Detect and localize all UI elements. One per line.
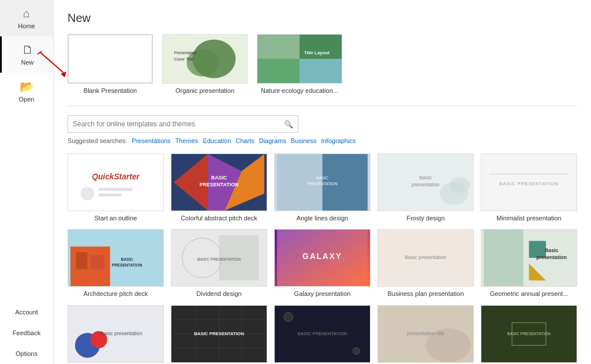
- template-grid: QuickStarter Start an outline BASIC PRES…: [68, 153, 577, 364]
- suggested-education[interactable]: Education: [203, 137, 231, 144]
- svg-text:Basic presentation: Basic presentation: [100, 331, 143, 336]
- featured-organic[interactable]: Presentation Cover Title Organic present…: [162, 34, 248, 94]
- svg-text:PRESENTATION: PRESENTATION: [112, 263, 143, 267]
- svg-text:presentation title: presentation title: [406, 331, 444, 336]
- svg-text:BASIC: BASIC: [211, 175, 227, 181]
- sidebar-item-feedback[interactable]: Feedback: [0, 322, 53, 343]
- svg-point-71: [284, 312, 293, 321]
- suggested-infographics[interactable]: Infographics: [321, 137, 356, 144]
- options-label: Options: [16, 350, 38, 357]
- search-container: 🔍: [68, 115, 577, 133]
- home-icon: ⌂: [23, 7, 30, 20]
- template-frosty[interactable]: Basic presentation Frosty design: [377, 153, 474, 222]
- suggested-label: Suggested searches:: [68, 137, 127, 144]
- main-content: New Blank Presentation Presentation Cove…: [54, 0, 591, 364]
- verdant-thumb: BASIC PRESENTATION: [481, 305, 577, 363]
- dividend-thumb: BASIC PRESENTATION: [171, 229, 267, 287]
- template-shoji[interactable]: BASIC PRESENTATION Shoji design: [171, 305, 267, 364]
- business-label: Business plan presentation: [387, 290, 463, 298]
- architecture-thumb: BASIC PRESENTATION: [68, 229, 164, 287]
- svg-text:BASIC: BASIC: [316, 176, 328, 180]
- svg-text:Title Layout: Title Layout: [304, 50, 330, 55]
- svg-text:BASIC: BASIC: [121, 257, 133, 261]
- suggested-diagrams[interactable]: Diagrams: [259, 137, 286, 144]
- quickstarter-thumb: QuickStarter: [68, 153, 164, 211]
- template-galaxy[interactable]: GALAXY Galaxy presentation: [274, 229, 371, 298]
- dividend-label: Dividend design: [196, 290, 241, 298]
- template-quickstarter[interactable]: QuickStarter Start an outline: [68, 153, 164, 222]
- frosty-label: Frosty design: [406, 214, 444, 222]
- template-universal[interactable]: Basic presentation Universal presentatio…: [68, 305, 164, 364]
- shoji-thumb: BASIC PRESENTATION: [171, 305, 267, 363]
- sidebar-item-home[interactable]: ⌂ Home: [0, 0, 53, 36]
- organic-thumb: Presentation Cover Title: [162, 34, 248, 84]
- template-tech[interactable]: BASIC PRESENTATION Tech presentation: [274, 305, 371, 364]
- sidebar-item-account[interactable]: Account: [0, 302, 53, 322]
- page-title: New: [68, 12, 577, 25]
- search-box: 🔍: [68, 115, 298, 133]
- svg-rect-16: [99, 188, 133, 191]
- galaxy-thumb: GALAXY: [274, 229, 371, 287]
- svg-rect-11: [300, 59, 342, 83]
- svg-text:Basic: Basic: [545, 247, 559, 253]
- template-geometric[interactable]: Basic presentation Geometric annual pres…: [481, 229, 577, 298]
- featured-blank[interactable]: Blank Presentation: [68, 34, 153, 94]
- new-icon: 🗋: [22, 43, 33, 57]
- nature-label: Nature ecology education...: [261, 87, 338, 94]
- svg-text:BASIC PRESENTATION: BASIC PRESENTATION: [197, 257, 241, 261]
- suggested-business[interactable]: Business: [291, 137, 317, 144]
- template-minimalist[interactable]: BASIC PRESENTATION Minimalist presentati…: [481, 153, 577, 222]
- template-business[interactable]: Basic presentation Business plan present…: [377, 229, 474, 298]
- blank-label: Blank Presentation: [84, 87, 137, 94]
- svg-text:Basic presentation: Basic presentation: [405, 254, 447, 260]
- svg-text:presentation: presentation: [412, 182, 440, 187]
- tech-thumb: BASIC PRESENTATION: [274, 305, 371, 363]
- featured-row: Blank Presentation Presentation Cover Ti…: [68, 34, 577, 94]
- sidebar-item-open[interactable]: 📂 Open: [0, 73, 53, 110]
- svg-rect-13: [70, 154, 161, 211]
- geometric-thumb: Basic presentation: [481, 229, 577, 287]
- svg-text:presentation: presentation: [536, 254, 567, 260]
- sidebar-item-options[interactable]: Options: [0, 343, 53, 364]
- organic2-thumb: presentation title: [377, 305, 474, 363]
- minimalist-thumb: BASIC PRESENTATION: [481, 153, 577, 211]
- sidebar-item-new[interactable]: 🗋 New: [0, 36, 53, 73]
- svg-point-72: [353, 347, 360, 354]
- suggested-charts[interactable]: Charts: [235, 137, 254, 144]
- svg-text:GALAXY: GALAXY: [302, 252, 342, 261]
- svg-text:BASIC PRESENTATION: BASIC PRESENTATION: [499, 181, 559, 186]
- sidebar-item-home-label: Home: [18, 22, 35, 29]
- svg-text:BASIC PRESENTATION: BASIC PRESENTATION: [194, 331, 244, 336]
- svg-text:QuickStarter: QuickStarter: [92, 172, 140, 181]
- svg-text:PRESENTATION: PRESENTATION: [200, 182, 239, 187]
- svg-point-15: [81, 187, 95, 201]
- svg-point-33: [450, 177, 470, 193]
- template-angle[interactable]: BASIC PRESENTATION Angle lines design: [274, 153, 371, 222]
- featured-nature[interactable]: Title Layout Nature ecology education...: [257, 34, 342, 94]
- svg-rect-40: [90, 255, 104, 269]
- colorful-thumb: BASIC PRESENTATION: [171, 153, 267, 211]
- search-input[interactable]: [73, 120, 284, 128]
- sidebar-item-new-label: New: [21, 59, 33, 66]
- svg-text:Cover Title: Cover Title: [174, 57, 193, 61]
- template-organic2[interactable]: presentation title Organic presentation: [377, 305, 474, 364]
- sidebar: ⌂ Home 🗋 New 📂 Open Account Feedback Opt…: [0, 0, 54, 364]
- sidebar-bottom: Account Feedback Options: [0, 302, 53, 364]
- colorful-label: Colorful abstract pitch deck: [181, 214, 257, 222]
- organic-label: Organic presentation: [175, 87, 234, 94]
- blank-thumb: [68, 34, 153, 84]
- svg-text:Basic: Basic: [420, 175, 432, 181]
- sidebar-item-open-label: Open: [19, 96, 35, 103]
- feedback-label: Feedback: [13, 329, 40, 336]
- business-thumb: Basic presentation: [377, 229, 474, 287]
- template-verdant[interactable]: BASIC PRESENTATION Verdant pitch deck: [481, 305, 577, 364]
- svg-text:PRESENTATION: PRESENTATION: [307, 182, 337, 186]
- minimalist-label: Minimalist presentation: [496, 214, 562, 222]
- architecture-label: Architecture pitch deck: [84, 290, 148, 298]
- suggested-presentations[interactable]: Presentations: [132, 137, 170, 144]
- template-dividend[interactable]: BASIC PRESENTATION Dividend design: [171, 229, 267, 298]
- suggested-themes[interactable]: Themes: [175, 137, 199, 144]
- geometric-label: Geometric annual present...: [490, 290, 568, 298]
- template-colorful[interactable]: BASIC PRESENTATION Colorful abstract pit…: [171, 153, 267, 222]
- template-architecture[interactable]: BASIC PRESENTATION Architecture pitch de…: [68, 229, 164, 298]
